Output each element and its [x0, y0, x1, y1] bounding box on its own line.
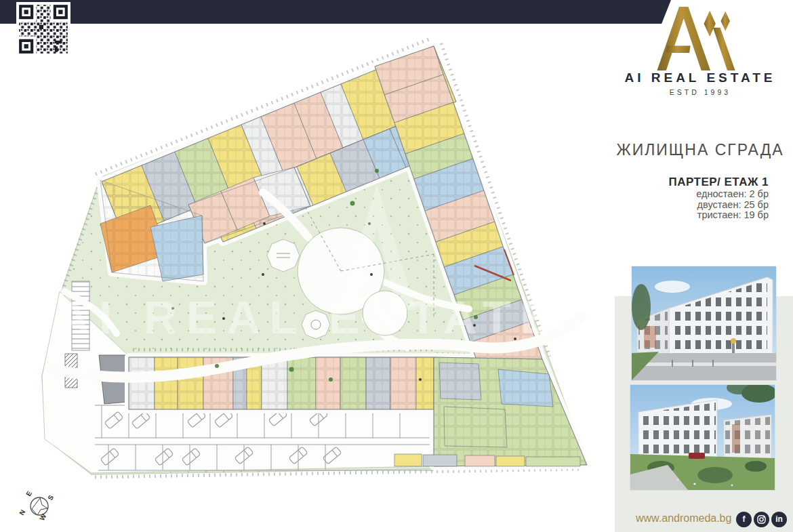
stat-one-bedroom: двустаен: 25 бр [668, 200, 769, 211]
website-link[interactable]: www.andromeda.bg [636, 512, 731, 525]
gazebo-1 [267, 239, 300, 272]
compass-n: N [18, 508, 26, 516]
instagram-icon[interactable] [754, 512, 769, 527]
qr-code [16, 2, 70, 56]
compass-e: E [24, 489, 33, 497]
watermark-text: AI REAL ESTATE [56, 291, 561, 343]
linkedin-glyph: in [771, 512, 787, 527]
floor-info: ПАРТЕР/ ЕТАЖ 1 едностаен: 2 бр двустаен:… [668, 176, 769, 221]
floor-plan: AI REAL ESTATE E S N W [0, 0, 613, 532]
brand-logo [654, 5, 738, 70]
compass: E S N W [18, 489, 55, 522]
facebook-icon[interactable]: f [736, 512, 752, 527]
instagram-glyph [754, 512, 769, 527]
header-band [0, 0, 671, 24]
page-title: ЖИЛИЩНА СГРАДА [613, 141, 787, 159]
floor-label: ПАРТЕР/ ЕТАЖ 1 [668, 176, 769, 189]
brochure-page: AI REAL ESTATE E S N W AI REAL ESTATE ES [0, 0, 793, 532]
facebook-glyph: f [736, 512, 752, 527]
building-render-2 [630, 385, 775, 490]
stat-studio: едностаен: 2 бр [668, 189, 769, 200]
brand-estd: ESTD 1993 [613, 88, 787, 96]
stat-two-bedroom: тристаен: 19 бр [668, 210, 769, 221]
compass-s: S [46, 493, 55, 502]
linkedin-icon[interactable]: in [771, 512, 787, 527]
brand-name: AI REAL ESTATE [613, 70, 787, 85]
south-band [129, 357, 434, 409]
building-render-1 [632, 266, 776, 380]
